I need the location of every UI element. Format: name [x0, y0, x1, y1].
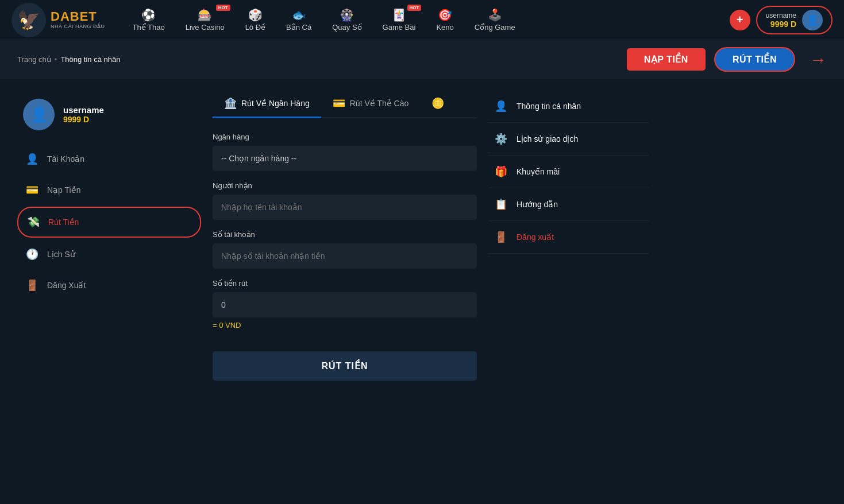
thong-tin-icon: 👤 [494, 99, 508, 113]
recipient-input[interactable] [213, 195, 477, 220]
breadcrumb-sep: • [55, 55, 57, 64]
amount-input[interactable] [213, 292, 477, 317]
header-balance: 9999 D [770, 20, 796, 29]
thong-tin-label: Thông tin cá nhân [517, 102, 581, 111]
sidebar-tai-khoan-label: Tài Khoản [47, 154, 84, 164]
profile-avatar: 👤 [23, 99, 55, 130]
cong-game-icon: 🕹️ [488, 8, 502, 22]
right-menu-lich-su-gd[interactable]: ⚙️ Lịch sử giao dịch [488, 123, 649, 156]
lich-su-gd-label: Lịch sử giao dịch [517, 134, 578, 144]
nav-lo-de-label: Lô Đề [245, 23, 265, 32]
lo-de-icon: 🎲 [248, 8, 263, 22]
bank-select[interactable]: -- Chọn ngân hàng -- [213, 146, 477, 171]
tab-ngan-hang-label: Rút Về Ngân Hàng [241, 99, 310, 108]
lich-su-gd-icon: ⚙️ [494, 132, 508, 146]
the-cao-tab-icon: 💳 [333, 97, 345, 110]
logo-area: 🦅 DABET NHÀ CÁI HÀNG ĐẦU [11, 3, 105, 37]
center-content: 🏦 Rút Về Ngân Hàng 💳 Rút Về Thẻ Cào 🪙 Ng… [213, 90, 477, 381]
rut-tien-header-button[interactable]: RÚT TIỀN [714, 47, 795, 72]
dang-xuat-sidebar-icon: 🚪 [26, 279, 38, 292]
sidebar-item-nap-tien[interactable]: 💳 Nạp Tiền [17, 176, 201, 204]
right-panel: 👤 Thông tin cá nhân ⚙️ Lịch sử giao dịch… [488, 90, 649, 381]
dang-xuat-right-label: Đăng xuất [517, 232, 554, 242]
nav-game-bai[interactable]: HOT 🃏 Game Bài [372, 3, 426, 36]
tai-khoan-icon: 👤 [26, 153, 38, 165]
rut-tien-submit-button[interactable]: RÚT TIỀN [213, 351, 477, 381]
profile-balance: 9999 D [63, 115, 104, 124]
sidebar-menu: 👤 Tài Khoản 💳 Nạp Tiền 💸 Rút Tiền 🕐 Lịch… [17, 145, 201, 300]
tab-crypto[interactable]: 🪙 [420, 90, 456, 118]
account-section: Số tài khoản [213, 230, 477, 269]
eagle-icon: 🦅 [17, 9, 40, 31]
huong-dan-icon: 📋 [494, 197, 508, 211]
sidebar-item-dang-xuat[interactable]: 🚪 Đăng Xuất [17, 271, 201, 300]
right-menu-khuyen-mai[interactable]: 🎁 Khuyến mãi [488, 156, 649, 188]
logo-text: DABET NHÀ CÁI HÀNG ĐẦU [51, 10, 105, 29]
amount-label: Số tiền rút [213, 279, 477, 288]
ngan-hang-tab-icon: 🏦 [224, 97, 237, 110]
live-casino-icon: 🎰 [198, 8, 212, 22]
header-username: username [766, 11, 796, 20]
rut-tien-sidebar-icon: 💸 [27, 216, 40, 228]
logo-icon: 🦅 [11, 3, 46, 37]
tab-ngan-hang[interactable]: 🏦 Rút Về Ngân Hàng [213, 90, 321, 118]
sidebar-rut-tien-label: Rút Tiền [48, 218, 79, 227]
nav-keno[interactable]: 🎯 Keno [426, 3, 464, 36]
nav-quay-so[interactable]: 🎡 Quay Số [322, 3, 372, 36]
sidebar-nap-tien-label: Nạp Tiền [47, 185, 80, 195]
tab-the-cao[interactable]: 💳 Rút Về Thẻ Cào [321, 90, 421, 118]
brand-sub: NHÀ CÁI HÀNG ĐẦU [51, 24, 105, 30]
lich-su-sidebar-icon: 🕐 [26, 248, 38, 261]
right-menu-thong-tin[interactable]: 👤 Thông tin cá nhân [488, 90, 649, 123]
nav-game-bai-label: Game Bài [383, 23, 416, 32]
user-info-text: username 9999 D [766, 11, 796, 29]
breadcrumb-home: Trang chủ [17, 55, 51, 64]
recipient-section: Người nhận [213, 181, 477, 220]
breadcrumb-current: Thông tin cá nhân [60, 55, 120, 64]
nav-the-thao[interactable]: ⚽ Thể Thao [122, 3, 175, 36]
the-thao-icon: ⚽ [141, 8, 156, 22]
header-avatar: 👤 [802, 10, 823, 30]
khuyen-mai-label: Khuyến mãi [517, 167, 560, 176]
tab-the-cao-label: Rút Về Thẻ Cào [350, 99, 409, 108]
hot-badge-live-casino: HOT [216, 5, 230, 11]
sidebar-item-rut-tien[interactable]: 💸 Rút Tiền [17, 207, 201, 238]
add-money-button[interactable]: + [730, 10, 750, 30]
account-label: Số tài khoản [213, 230, 477, 239]
tab-bar: 🏦 Rút Về Ngân Hàng 💳 Rút Về Thẻ Cào 🪙 [213, 90, 477, 118]
nav-cong-game-label: Cổng Game [475, 23, 515, 32]
nav-quay-so-label: Quay Số [332, 23, 361, 32]
action-bar: Trang chủ • Thông tin cá nhân NẠP TIỀN R… [0, 40, 844, 79]
profile-info: username 9999 D [63, 105, 104, 124]
nav-live-casino-label: Live Casino [186, 23, 225, 32]
nav-cong-game[interactable]: 🕹️ Cổng Game [464, 3, 526, 36]
right-menu-huong-dan[interactable]: 📋 Hướng dẫn [488, 188, 649, 221]
header-right: + username 9999 D 👤 [730, 6, 833, 34]
nav-ban-ca[interactable]: 🐟 Bắn Cá [276, 3, 322, 36]
sidebar-item-tai-khoan[interactable]: 👤 Tài Khoản [17, 145, 201, 173]
user-balance-box[interactable]: username 9999 D 👤 [756, 6, 833, 34]
nav-lo-de[interactable]: 🎲 Lô Đề [235, 3, 276, 36]
arrow-icon: → [810, 50, 827, 69]
sidebar-item-lich-su[interactable]: 🕐 Lịch Sử [17, 240, 201, 269]
main-content: 👤 username 9999 D 👤 Tài Khoản 💳 Nạp Tiền… [0, 79, 844, 392]
header: 🦅 DABET NHÀ CÁI HÀNG ĐẦU ⚽ Thể Thao HOT … [0, 0, 844, 40]
amount-section: Số tiền rút = 0 VND [213, 279, 477, 329]
right-menu-dang-xuat[interactable]: 🚪 Đăng xuất [488, 221, 649, 254]
main-nav: ⚽ Thể Thao HOT 🎰 Live Casino 🎲 Lô Đề 🐟 B… [122, 3, 730, 36]
bank-section: Ngân hàng -- Chọn ngân hàng -- [213, 133, 477, 171]
profile-username: username [63, 105, 104, 115]
nap-tien-sidebar-icon: 💳 [26, 184, 38, 196]
nap-tien-button[interactable]: NẠP TIỀN [627, 48, 706, 71]
amount-currency: = 0 VND [213, 321, 477, 329]
recipient-label: Người nhận [213, 181, 477, 190]
sidebar-dang-xuat-label: Đăng Xuất [47, 281, 86, 290]
account-input[interactable] [213, 243, 477, 269]
huong-dan-label: Hướng dẫn [517, 200, 558, 209]
nav-the-thao-label: Thể Thao [133, 23, 165, 32]
hot-badge-game-bai: HOT [407, 5, 422, 11]
ban-ca-icon: 🐟 [292, 8, 306, 22]
sidebar-lich-su-label: Lịch Sử [47, 250, 75, 259]
nav-keno-label: Keno [436, 23, 453, 32]
nav-live-casino[interactable]: HOT 🎰 Live Casino [175, 3, 235, 36]
